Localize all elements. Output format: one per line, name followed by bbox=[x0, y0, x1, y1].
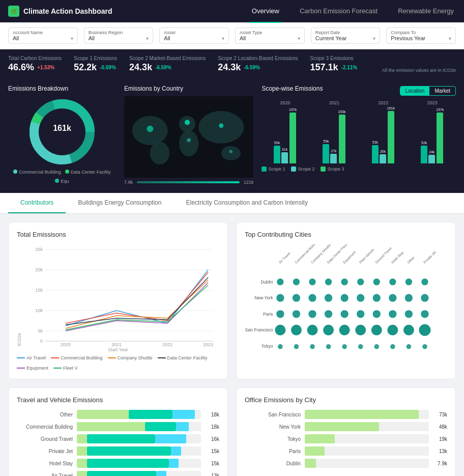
svg-point-63 bbox=[340, 294, 348, 302]
svg-point-85 bbox=[371, 325, 382, 335]
svg-point-71 bbox=[308, 310, 316, 318]
bar-label-dublin: Dublin bbox=[245, 461, 301, 466]
svg-text:Paris: Paris bbox=[263, 312, 273, 317]
kpi-scope2m-label: Scope 2 Market-Based Emissions bbox=[129, 55, 206, 61]
nav-carbon-forecast[interactable]: Carbon Emission Forecast bbox=[298, 0, 380, 23]
travel-bars: Other 18k Commercial Building bbox=[17, 410, 219, 476]
svg-point-79 bbox=[275, 325, 285, 335]
toggle-location[interactable]: Location bbox=[400, 87, 430, 95]
svg-text:Ground Travel: Ground Travel bbox=[374, 246, 392, 264]
svg-point-94 bbox=[358, 344, 363, 349]
filter-asset-type-label: Asset Type bbox=[240, 30, 300, 35]
svg-point-98 bbox=[422, 344, 427, 349]
bar-fill-dublin bbox=[305, 459, 316, 468]
svg-text:2023: 2023 bbox=[203, 342, 213, 346]
svg-point-65 bbox=[373, 294, 381, 302]
svg-point-57 bbox=[405, 278, 412, 285]
line-chart-svg: 25k 20k 15k 10k 5k 0 2020 2021 2022 2023 bbox=[24, 244, 219, 346]
bar-value-dublin: 7.9k bbox=[433, 461, 447, 466]
filter-compare-to[interactable]: Compare To Previous Year▾ bbox=[386, 27, 456, 44]
svg-text:Private Jet: Private Jet bbox=[423, 250, 437, 264]
scope-bar-chart: 2020 50k 31k 157k bbox=[262, 100, 456, 163]
filter-report-date[interactable]: Report Date Current Year▾ bbox=[311, 27, 381, 44]
nav-renewable[interactable]: Renewable Energy bbox=[396, 0, 456, 23]
bar-label-ny: New York bbox=[245, 424, 301, 430]
nav-overview[interactable]: Overview bbox=[250, 0, 281, 23]
bar-label-ground: Ground Travel bbox=[17, 436, 73, 442]
toggle-market[interactable]: Market bbox=[429, 87, 455, 95]
svg-point-14 bbox=[147, 126, 154, 132]
bar-track-ground bbox=[77, 434, 201, 443]
svg-point-90 bbox=[294, 344, 299, 349]
bar-row-other: Other 18k bbox=[17, 410, 219, 419]
bar-track-hotel bbox=[77, 459, 201, 468]
kpi-total-change: +1.53% bbox=[37, 65, 54, 70]
bar-track-tokyo bbox=[305, 434, 429, 443]
svg-text:Equipment: Equipment bbox=[342, 250, 357, 264]
scope-emissions-panel: Scope-wise Emissions Location Market 202… bbox=[262, 85, 456, 185]
total-emissions-title: Total Emissisons bbox=[17, 231, 219, 238]
travel-title: Travel and Vehicle Emissions bbox=[17, 396, 219, 404]
kpi-scope1-value: 52.2k bbox=[74, 62, 97, 73]
svg-point-84 bbox=[355, 325, 366, 335]
svg-text:Fleet Vehicle: Fleet Vehicle bbox=[358, 248, 374, 264]
kpi-scope3-value: 157.1k bbox=[310, 62, 338, 73]
donut-svg: 161k bbox=[26, 96, 98, 167]
svg-point-72 bbox=[325, 310, 332, 318]
total-emissions-card: Total Emissisons tCO2e 25k 20k 15k 10k bbox=[8, 222, 228, 379]
filter-bar: Account Name All▾ Business Region All▾ A… bbox=[0, 22, 464, 49]
bar-track-other bbox=[77, 410, 201, 419]
svg-text:0: 0 bbox=[40, 339, 43, 344]
svg-text:10k: 10k bbox=[35, 308, 43, 313]
bar-row-ny: New York 48k bbox=[245, 422, 447, 431]
svg-point-70 bbox=[293, 310, 300, 318]
filter-asset-type[interactable]: Asset Type All▾ bbox=[235, 27, 305, 44]
sub-tab-electricity[interactable]: Electricity Consumption and Carbon Inten… bbox=[173, 193, 320, 213]
svg-point-77 bbox=[405, 310, 413, 318]
map-title: Emissions by Country bbox=[124, 85, 253, 92]
filter-compare-label: Compare To bbox=[391, 30, 451, 35]
bar-value-sf: 73k bbox=[433, 412, 447, 417]
filter-account-name[interactable]: Account Name All▾ bbox=[8, 27, 78, 44]
bar-row-commercial: Commercial Building 18k bbox=[17, 422, 219, 431]
scale-bar bbox=[137, 181, 240, 183]
charts-row-2: Travel and Vehicle Emissions Other 18k C… bbox=[8, 387, 456, 476]
bar-value-hotel: 15k bbox=[205, 461, 219, 466]
sub-tab-contributors[interactable]: Contributors bbox=[8, 193, 66, 213]
svg-text:Air Travel: Air Travel bbox=[278, 251, 291, 264]
svg-text:Dublin: Dublin bbox=[260, 279, 273, 285]
bar-label-air: Air Travel bbox=[17, 473, 73, 477]
svg-text:2020: 2020 bbox=[61, 342, 71, 346]
kpi-strip: Total Carbon Emissions 46.6% +1.53% Scop… bbox=[0, 49, 464, 79]
bar-value-commercial: 18k bbox=[205, 424, 219, 430]
svg-text:25k: 25k bbox=[35, 247, 43, 252]
bar-value-air: 13k bbox=[205, 473, 219, 477]
location-market-toggle[interactable]: Location Market bbox=[400, 86, 456, 96]
svg-text:2022: 2022 bbox=[162, 342, 172, 346]
sub-tabs: Contributors Buildings Energy Consumptio… bbox=[0, 193, 464, 214]
svg-point-56 bbox=[389, 278, 396, 285]
office-emissions-card: Office Emissions by City San Francisco 7… bbox=[236, 387, 456, 476]
svg-point-8 bbox=[150, 142, 169, 165]
main-content: Total Emissisons tCO2e 25k 20k 15k 10k bbox=[0, 214, 464, 476]
kpi-scope1-change: -0.59% bbox=[100, 65, 116, 70]
bar-fill-paris bbox=[305, 446, 325, 456]
bar-label-private: Private Jet bbox=[17, 449, 73, 454]
travel-vehicle-card: Travel and Vehicle Emissions Other 18k C… bbox=[8, 387, 228, 476]
filter-business-region[interactable]: Business Region All▾ bbox=[84, 27, 154, 44]
svg-text:San Francisco: San Francisco bbox=[245, 327, 273, 332]
logo-icon: 🌿 bbox=[8, 6, 19, 17]
bar-label-sf: San Francisco bbox=[245, 412, 301, 417]
top-cities-card: Top Contributing Cities Air Travel Comme… bbox=[236, 222, 456, 379]
sub-tab-buildings[interactable]: Buildings Energy Consumption bbox=[66, 193, 173, 213]
scope-legend: Scope 1 Scope 2 Scope 3 bbox=[262, 166, 456, 172]
bar-track-commercial bbox=[77, 422, 201, 431]
filter-asset[interactable]: Asset All▾ bbox=[159, 27, 229, 44]
svg-point-54 bbox=[357, 278, 364, 285]
svg-text:Commercial Building: Commercial Building bbox=[294, 244, 319, 265]
bar-row-tokyo: Tokyo 19k bbox=[245, 434, 447, 443]
svg-point-59 bbox=[276, 294, 284, 302]
kpi-scope1-label: Scope 1 Emissions bbox=[74, 55, 117, 61]
bar-value-ny: 48k bbox=[433, 424, 447, 430]
bar-label-tokyo: Tokyo bbox=[245, 436, 301, 442]
